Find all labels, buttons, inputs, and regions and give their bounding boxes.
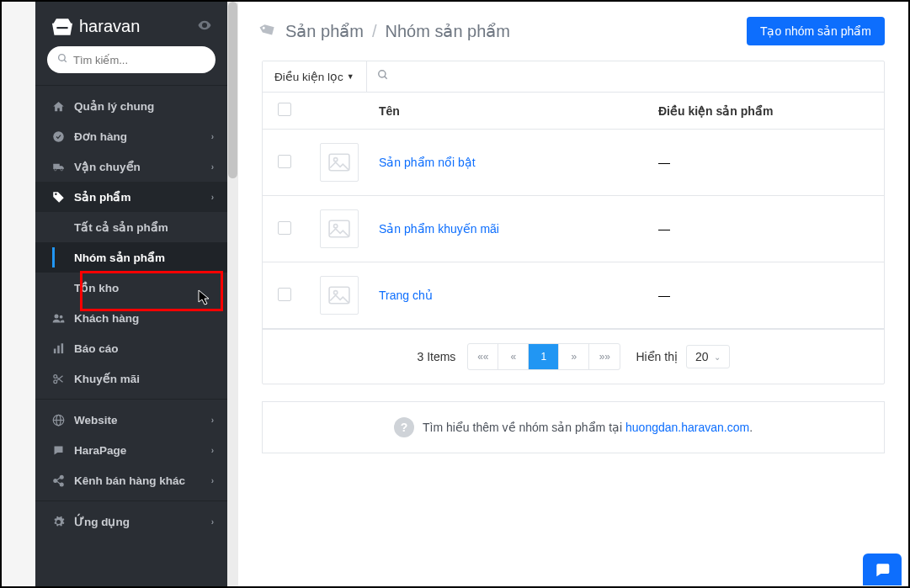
table-row: Sản phẩm nổi bật — xyxy=(263,130,884,196)
row-checkbox[interactable] xyxy=(278,288,291,301)
svg-point-0 xyxy=(59,55,66,61)
main-content: Sản phẩm / Nhóm sản phẩm Tạo nhóm sản ph… xyxy=(238,2,908,586)
nav-label: HaraPage xyxy=(74,444,126,457)
page-current[interactable]: 1 xyxy=(529,344,559,369)
svg-line-20 xyxy=(56,477,60,479)
chevron-right-icon: › xyxy=(211,446,214,455)
brand-name: haravan xyxy=(79,17,140,36)
table-row: Sản phẩm khuyến mãi — xyxy=(263,196,884,262)
nav-item-shipping[interactable]: Vận chuyển › xyxy=(35,151,227,182)
select-all-checkbox[interactable] xyxy=(278,103,291,116)
nav-label: Vận chuyển xyxy=(74,160,141,173)
image-icon xyxy=(328,286,350,305)
chart-icon xyxy=(49,342,67,355)
page-prev[interactable]: « xyxy=(498,344,529,369)
per-page-value: 20 xyxy=(695,350,709,363)
eye-icon xyxy=(197,18,212,33)
image-icon xyxy=(328,220,350,238)
nav-item-apps[interactable]: Ứng dụng › xyxy=(35,506,227,537)
filter-search[interactable] xyxy=(367,61,884,92)
scrollbar-thumb[interactable] xyxy=(228,2,237,178)
row-checkbox[interactable] xyxy=(278,221,291,235)
image-placeholder xyxy=(320,209,359,248)
row-condition: — xyxy=(658,156,869,169)
row-checkbox[interactable] xyxy=(278,155,291,168)
nav-item-sales-channels[interactable]: Kênh bán hàng khác › xyxy=(35,465,227,495)
svg-point-25 xyxy=(334,158,338,162)
svg-point-3 xyxy=(54,168,56,171)
tag-icon xyxy=(258,19,280,44)
search-icon xyxy=(57,52,68,67)
chevron-down-icon: ⌄ xyxy=(714,352,721,362)
truck-icon xyxy=(49,161,67,173)
collection-link[interactable]: Trang chủ xyxy=(379,289,433,302)
nav-item-products[interactable]: Sản phẩm › xyxy=(35,182,227,212)
nav-item-dashboard[interactable]: Quản lý chung xyxy=(35,91,227,121)
svg-point-10 xyxy=(53,374,56,378)
nav-item-discounts[interactable]: Khuyến mãi xyxy=(35,363,227,394)
table-header: Tên Điều kiện sản phẩm xyxy=(263,93,884,130)
svg-point-27 xyxy=(334,225,338,228)
nav-label: Quản lý chung xyxy=(74,99,154,113)
sidebar-scrollbar[interactable] xyxy=(227,2,238,586)
image-placeholder xyxy=(320,276,359,315)
nav-label: Khuyến mãi xyxy=(74,372,140,385)
nav: Quản lý chung Đơn hàng › Vận chuyển › Sả… xyxy=(35,86,227,586)
sub-item-all-products[interactable]: Tất cả sản phẩm xyxy=(35,212,227,242)
items-count: 3 Items xyxy=(417,350,455,363)
nav-item-website[interactable]: Website › xyxy=(35,405,227,435)
per-page-select[interactable]: 20 ⌄ xyxy=(686,345,730,368)
breadcrumb: Sản phẩm / Nhóm sản phẩm xyxy=(262,21,510,41)
collection-link[interactable]: Sản phẩm nổi bật xyxy=(379,156,476,169)
svg-point-5 xyxy=(54,314,58,318)
search-input[interactable] xyxy=(73,54,205,66)
nav-item-reports[interactable]: Báo cáo xyxy=(35,333,227,363)
chevron-right-icon: › xyxy=(211,517,214,527)
breadcrumb-separator: / xyxy=(372,22,377,41)
svg-line-23 xyxy=(384,77,386,79)
svg-point-6 xyxy=(59,315,62,318)
help-box: ? Tìm hiểu thêm về nhóm sản phẩm tại huo… xyxy=(262,401,885,453)
nav-label: Khách hàng xyxy=(74,312,139,325)
search-icon xyxy=(377,69,389,84)
scissors-icon xyxy=(49,373,67,385)
chat-button[interactable] xyxy=(863,554,902,585)
tag-icon xyxy=(49,191,67,204)
sub-item-inventory[interactable]: Tồn kho xyxy=(35,273,227,303)
collection-link[interactable]: Sản phẩm khuyến mãi xyxy=(379,222,499,236)
sub-label: Nhóm sản phẩm xyxy=(74,251,165,264)
svg-rect-8 xyxy=(57,345,60,352)
help-icon: ? xyxy=(394,417,414,437)
page-next[interactable]: » xyxy=(559,344,589,369)
svg-rect-7 xyxy=(53,348,56,353)
chat-icon xyxy=(49,444,67,457)
svg-point-11 xyxy=(53,379,56,383)
sidebar: haravan Quản lý chung Đơn hàng › xyxy=(35,2,227,586)
page-last[interactable]: »» xyxy=(589,344,620,369)
sidebar-search xyxy=(35,46,227,86)
breadcrumb-current: Nhóm sản phẩm xyxy=(386,21,511,41)
nav-item-customers[interactable]: Khách hàng xyxy=(35,303,227,333)
help-link[interactable]: huongdan.haravan.com xyxy=(625,421,749,434)
brand-logo[interactable]: haravan xyxy=(51,17,140,36)
sub-label: Tất cả sản phẩm xyxy=(74,220,168,234)
chat-bubble-icon xyxy=(874,561,891,578)
svg-point-17 xyxy=(53,479,56,482)
sub-item-collections[interactable]: Nhóm sản phẩm xyxy=(35,242,227,273)
nav-item-harapage[interactable]: HaraPage › xyxy=(35,435,227,465)
filter-label: Điều kiện lọc xyxy=(274,70,343,83)
nav-label: Ứng dụng xyxy=(74,515,130,528)
row-condition: — xyxy=(658,222,869,236)
breadcrumb-parent[interactable]: Sản phẩm xyxy=(285,21,364,41)
nav-item-orders[interactable]: Đơn hàng › xyxy=(35,121,227,151)
visibility-toggle[interactable] xyxy=(197,18,212,36)
caret-down-icon: ▼ xyxy=(347,72,354,81)
svg-point-22 xyxy=(378,71,385,77)
page-first[interactable]: «« xyxy=(468,344,498,369)
create-collection-button[interactable]: Tạo nhóm sản phẩm xyxy=(747,17,885,45)
chevron-right-icon: › xyxy=(211,416,214,425)
nav-label: Báo cáo xyxy=(74,342,119,355)
search-box[interactable] xyxy=(47,46,216,73)
filter-dropdown[interactable]: Điều kiện lọc ▼ xyxy=(263,61,367,92)
table-row: Trang chủ — xyxy=(263,262,884,329)
